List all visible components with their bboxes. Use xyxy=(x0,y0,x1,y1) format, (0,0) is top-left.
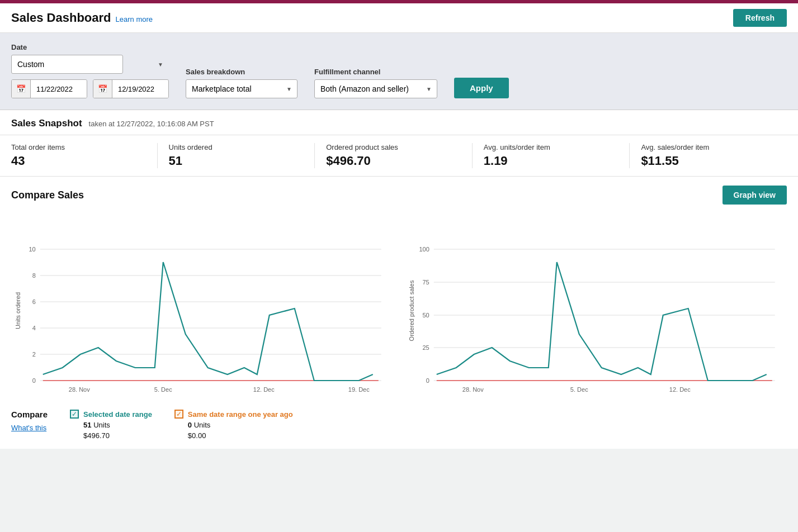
date-label: Date xyxy=(11,43,169,51)
svg-text:2: 2 xyxy=(32,351,36,358)
date-select[interactable]: Custom Today Yesterday This week This mo… xyxy=(11,55,123,74)
stats-row: Total order items 43 Units ordered 51 Or… xyxy=(0,135,798,177)
stat-total-order-items: Total order items 43 xyxy=(11,143,158,168)
stat-value-3: 1.19 xyxy=(484,154,618,168)
stat-value-2: $496.70 xyxy=(326,154,461,168)
legend-items: ✓ Selected date range 51 Units $496.70 ✓… xyxy=(70,410,293,440)
svg-text:12. Dec: 12. Dec xyxy=(253,386,275,393)
compare-section: Compare Sales Graph view xyxy=(0,177,798,221)
stat-value-0: 43 xyxy=(11,154,146,168)
stat-label-1: Units ordered xyxy=(169,143,304,151)
svg-text:0: 0 xyxy=(426,377,429,384)
legend-year-ago: ✓ Same date range one year ago 0 Units $… xyxy=(174,410,293,440)
legend-selected-range: ✓ Selected date range 51 Units $496.70 xyxy=(70,410,152,440)
date-select-wrapper: Custom Today Yesterday This week This mo… xyxy=(11,55,169,74)
fulfillment-group: Fulfillment channel Both (Amazon and sel… xyxy=(314,68,437,98)
learn-more-link[interactable]: Learn more xyxy=(116,15,153,23)
svg-text:4: 4 xyxy=(32,325,36,331)
start-date-wrapper: 📅 xyxy=(11,79,87,98)
filter-row: Date Custom Today Yesterday This week Th… xyxy=(11,43,787,98)
svg-text:28. Nov: 28. Nov xyxy=(69,386,90,393)
compare-legend: Compare What's this ✓ Selected date rang… xyxy=(0,402,798,449)
refresh-button[interactable]: Refresh xyxy=(733,9,787,27)
sales-chart: Ordered product sales 100 75 50 25 0 28.… xyxy=(405,221,787,402)
units-y-label: Units ordered xyxy=(15,292,21,329)
snapshot-title: Sales Snapshot xyxy=(11,118,82,129)
units-chart: Units ordered 10 8 6 4 2 0 28. Nov 5. De… xyxy=(11,221,394,402)
what-this-link[interactable]: What's this xyxy=(11,424,48,432)
year-ago-units: 0 Units xyxy=(188,421,293,429)
fulfillment-wrapper: Both (Amazon and seller) Amazon Seller xyxy=(314,79,437,98)
svg-text:100: 100 xyxy=(419,246,429,253)
legend-year-ago-header: ✓ Same date range one year ago xyxy=(174,410,293,419)
svg-text:0: 0 xyxy=(32,377,36,384)
stat-label-4: Avg. sales/order item xyxy=(641,143,776,151)
selected-range-checkbox[interactable]: ✓ xyxy=(70,410,79,419)
svg-text:12. Dec: 12. Dec xyxy=(669,386,690,393)
fulfillment-label: Fulfillment channel xyxy=(314,68,437,76)
units-line xyxy=(43,262,373,381)
calendar-icon-start: 📅 xyxy=(12,80,31,98)
svg-text:6: 6 xyxy=(32,298,36,305)
end-date-wrapper: 📅 xyxy=(93,79,169,98)
sales-breakdown-group: Sales breakdown Marketplace total Amazon… xyxy=(186,68,298,98)
date-filter-group: Date Custom Today Yesterday This week Th… xyxy=(11,43,169,98)
compare-label: Compare xyxy=(11,410,48,419)
stat-avg-units: Avg. units/order item 1.19 xyxy=(484,143,630,168)
units-chart-svg: Units ordered 10 8 6 4 2 0 28. Nov 5. De… xyxy=(11,221,394,400)
selected-range-units: 51 Units xyxy=(83,421,152,429)
stat-label-3: Avg. units/order item xyxy=(484,143,618,151)
graph-view-button[interactable]: Graph view xyxy=(723,186,787,205)
sales-breakdown-wrapper: Marketplace total Amazon Seller xyxy=(186,79,298,98)
svg-text:8: 8 xyxy=(32,272,36,279)
year-ago-label: Same date range one year ago xyxy=(188,410,293,419)
compare-header: Compare Sales Graph view xyxy=(11,186,787,205)
snapshot-title-row: Sales Snapshot taken at 12/27/2022, 10:1… xyxy=(11,118,787,129)
svg-text:28. Nov: 28. Nov xyxy=(462,386,483,393)
selected-range-label: Selected date range xyxy=(83,410,152,419)
filter-section: Date Custom Today Yesterday This week Th… xyxy=(0,33,798,110)
svg-text:25: 25 xyxy=(422,344,429,351)
selected-range-sales: $496.70 xyxy=(83,431,152,440)
svg-text:5. Dec: 5. Dec xyxy=(570,386,588,393)
end-date-input[interactable] xyxy=(112,80,168,98)
compare-sales-title: Compare Sales xyxy=(11,189,84,201)
stat-ordered-product-sales: Ordered product sales $496.70 xyxy=(326,143,473,168)
svg-text:10: 10 xyxy=(29,246,36,253)
page-title: Sales Dashboard xyxy=(11,11,111,25)
svg-text:5. Dec: 5. Dec xyxy=(154,386,172,393)
sales-line xyxy=(436,262,766,381)
sales-breakdown-select[interactable]: Marketplace total Amazon Seller xyxy=(186,79,298,98)
stat-label-2: Ordered product sales xyxy=(326,143,461,151)
compare-label-group: Compare What's this xyxy=(11,410,48,432)
date-inputs: 📅 📅 xyxy=(11,79,169,98)
year-ago-sales: $0.00 xyxy=(188,431,293,440)
year-ago-checkbox[interactable]: ✓ xyxy=(174,410,183,419)
calendar-icon-end: 📅 xyxy=(93,80,112,98)
stat-label-0: Total order items xyxy=(11,143,146,151)
stat-value-1: 51 xyxy=(169,154,304,168)
svg-text:50: 50 xyxy=(422,312,429,319)
sales-y-label: Ordered product sales xyxy=(408,280,414,341)
stat-units-ordered: Units ordered 51 xyxy=(169,143,315,168)
stat-value-4: $11.55 xyxy=(641,154,776,168)
sales-breakdown-label: Sales breakdown xyxy=(186,68,298,76)
apply-button[interactable]: Apply xyxy=(454,78,509,98)
sales-chart-svg: Ordered product sales 100 75 50 25 0 28.… xyxy=(405,221,787,400)
header: Sales Dashboard Learn more Refresh xyxy=(0,3,798,33)
start-date-input[interactable] xyxy=(31,80,87,98)
charts-container: Units ordered 10 8 6 4 2 0 28. Nov 5. De… xyxy=(0,221,798,402)
stat-avg-sales: Avg. sales/order item $11.55 xyxy=(641,143,787,168)
svg-text:75: 75 xyxy=(422,279,429,286)
header-title-group: Sales Dashboard Learn more xyxy=(11,11,153,25)
snapshot-time: taken at 12/27/2022, 10:16:08 AM PST xyxy=(89,120,214,128)
svg-text:19. Dec: 19. Dec xyxy=(348,386,370,393)
snapshot-header: Sales Snapshot taken at 12/27/2022, 10:1… xyxy=(0,110,798,135)
fulfillment-select[interactable]: Both (Amazon and seller) Amazon Seller xyxy=(314,79,437,98)
legend-selected-range-header: ✓ Selected date range xyxy=(70,410,152,419)
